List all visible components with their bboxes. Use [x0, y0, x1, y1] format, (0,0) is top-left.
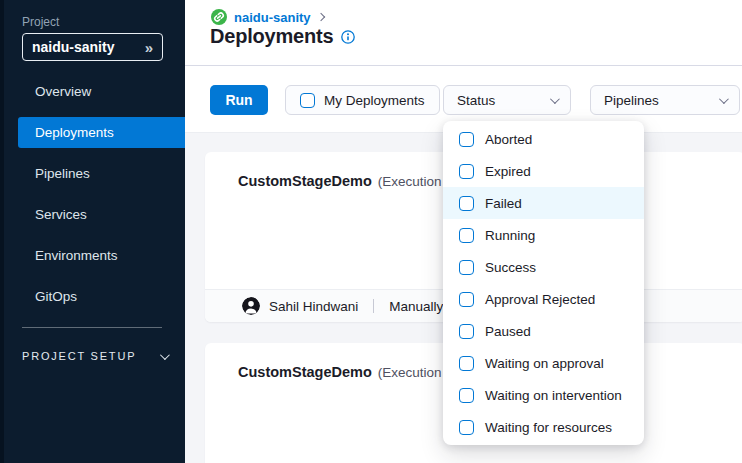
- chevron-down-icon: [719, 94, 729, 104]
- option-checkbox[interactable]: [459, 356, 474, 371]
- double-chevron-right-icon[interactable]: »: [145, 40, 162, 55]
- project-input[interactable]: [23, 39, 145, 55]
- chevron-right-icon: [316, 13, 324, 21]
- pipeline-name: CustomStageDemo: [238, 364, 372, 380]
- deployment-title-row: CustomStageDemo (Execution Id: [238, 364, 457, 380]
- option-checkbox[interactable]: [459, 164, 474, 179]
- sidebar-item-label: GitOps: [35, 289, 77, 304]
- status-filter-label: Status: [457, 93, 495, 108]
- my-deployments-label: My Deployments: [324, 93, 425, 108]
- option-checkbox[interactable]: [459, 324, 474, 339]
- breadcrumb-project-link[interactable]: naidu-sanity: [234, 10, 311, 25]
- status-option-waiting-for-resources[interactable]: Waiting for resources: [443, 411, 644, 443]
- status-option-waiting-on-approval[interactable]: Waiting on approval: [443, 347, 644, 379]
- project-setup-toggle[interactable]: PROJECT SETUP: [22, 350, 167, 362]
- breadcrumb: naidu-sanity: [211, 9, 324, 25]
- run-button[interactable]: Run: [210, 85, 268, 115]
- sidebar-nav: Overview Deployments Pipelines Services …: [18, 76, 185, 322]
- main-area: naidu-sanity Deployments Run My Deployme…: [185, 0, 742, 463]
- project-label: Project: [22, 15, 59, 29]
- my-deployments-filter[interactable]: My Deployments: [285, 85, 440, 115]
- sidebar-item-label: Overview: [35, 84, 91, 99]
- option-checkbox[interactable]: [459, 292, 474, 307]
- project-setup-label: PROJECT SETUP: [22, 350, 136, 362]
- pipelines-filter-label: Pipelines: [604, 93, 659, 108]
- status-filter-dropdown[interactable]: Status: [443, 85, 571, 115]
- my-deployments-checkbox[interactable]: [300, 93, 315, 108]
- pipeline-name: CustomStageDemo: [238, 173, 372, 189]
- option-checkbox[interactable]: [459, 132, 474, 147]
- page-title: Deployments: [210, 25, 333, 48]
- option-checkbox[interactable]: [459, 388, 474, 403]
- sidebar-item-deployments[interactable]: Deployments: [18, 117, 185, 148]
- option-checkbox[interactable]: [459, 420, 474, 435]
- status-dropdown-menu: Aborted Expired Failed Running Success A…: [443, 121, 644, 445]
- status-option-waiting-on-intervention[interactable]: Waiting on intervention: [443, 379, 644, 411]
- sidebar: Project » Overview Deployments Pipelines…: [0, 0, 185, 463]
- title-row: Deployments: [210, 25, 355, 48]
- sidebar-item-label: Services: [35, 207, 87, 222]
- option-checkbox[interactable]: [459, 260, 474, 275]
- sidebar-divider: [22, 327, 162, 328]
- sidebar-item-overview[interactable]: Overview: [18, 76, 185, 107]
- status-option-failed[interactable]: Failed: [443, 187, 644, 219]
- pipelines-filter-dropdown[interactable]: Pipelines: [590, 85, 740, 115]
- cd-module-icon: [211, 9, 227, 25]
- status-option-approval-rejected[interactable]: Approval Rejected: [443, 283, 644, 315]
- module-rail: [0, 0, 4, 463]
- page-header: naidu-sanity Deployments: [185, 0, 742, 66]
- option-checkbox[interactable]: [459, 228, 474, 243]
- chevron-down-icon: [550, 94, 560, 104]
- status-option-success[interactable]: Success: [443, 251, 644, 283]
- footer-separator: [373, 299, 374, 313]
- chevron-down-icon: [160, 350, 170, 360]
- app-root: Project » Overview Deployments Pipelines…: [0, 0, 742, 463]
- project-selector[interactable]: »: [22, 33, 163, 61]
- status-option-aborted[interactable]: Aborted: [443, 123, 644, 155]
- status-option-expired[interactable]: Expired: [443, 155, 644, 187]
- sidebar-item-label: Pipelines: [35, 166, 90, 181]
- sidebar-item-pipelines[interactable]: Pipelines: [18, 158, 185, 189]
- deployment-title-row: CustomStageDemo (Execution Id: [238, 173, 457, 189]
- triggered-by-user: Sahil Hindwani: [269, 299, 358, 314]
- sidebar-item-gitops[interactable]: GitOps: [18, 281, 185, 312]
- status-option-running[interactable]: Running: [443, 219, 644, 251]
- info-icon[interactable]: [341, 30, 355, 44]
- sidebar-item-environments[interactable]: Environments: [18, 240, 185, 271]
- user-avatar-icon: [242, 297, 260, 315]
- sidebar-item-label: Deployments: [35, 125, 114, 140]
- option-checkbox[interactable]: [459, 196, 474, 211]
- sidebar-item-label: Environments: [35, 248, 118, 263]
- status-option-paused[interactable]: Paused: [443, 315, 644, 347]
- sidebar-item-services[interactable]: Services: [18, 199, 185, 230]
- trigger-type: Manually: [389, 299, 443, 314]
